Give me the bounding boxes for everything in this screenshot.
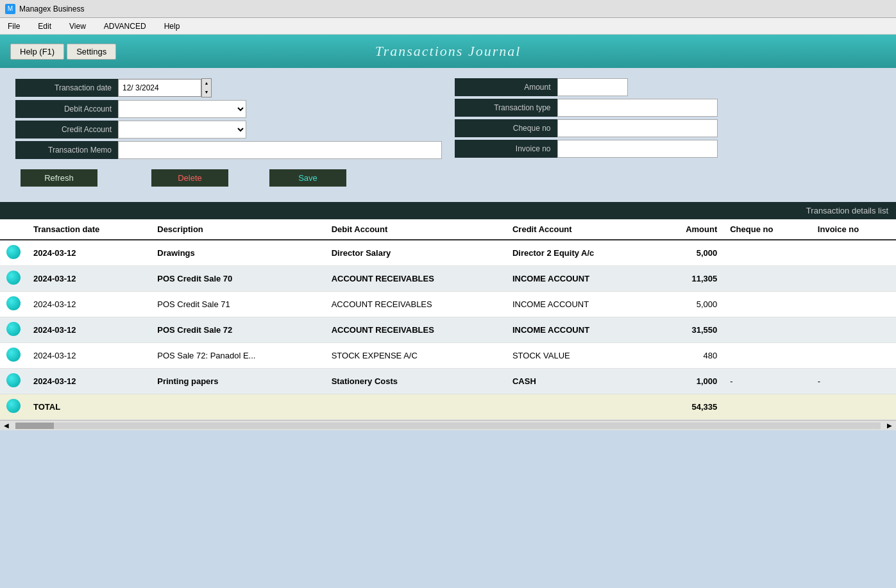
title-bar: M Managex Business (0, 0, 896, 18)
row-debit-account: ACCOUNT RECEIVABLES (325, 266, 506, 292)
col-amount: Amount (654, 219, 723, 240)
row-invoice-no (811, 292, 896, 317)
row-dot (0, 317, 27, 343)
total-amount: 54,335 (654, 394, 723, 420)
scrollbar-track[interactable] (15, 423, 881, 429)
table-header-label: Transaction details list (806, 206, 888, 215)
row-debit-account: Stationery Costs (325, 369, 506, 394)
transaction-type-label: Transaction type (455, 99, 557, 117)
save-button[interactable]: Save (269, 169, 346, 187)
row-debit-account: ACCOUNT RECEIVABLES (325, 317, 506, 343)
form-right: Amount Transaction type Cheque no Invoic… (455, 78, 881, 160)
transaction-memo-label: Transaction Memo (15, 141, 118, 159)
row-invoice-no (811, 266, 896, 292)
amount-label: Amount (455, 78, 557, 96)
row-amount: 11,305 (654, 266, 723, 292)
table-row[interactable]: 2024-03-12POS Credit Sale 72ACCOUNT RECE… (0, 317, 896, 343)
scrollbar-thumb[interactable] (15, 423, 54, 429)
table-row[interactable]: 2024-03-12POS Credit Sale 71ACCOUNT RECE… (0, 292, 896, 317)
table-row[interactable]: 2024-03-12POS Credit Sale 70ACCOUNT RECE… (0, 266, 896, 292)
row-description: Printing papers (151, 369, 325, 394)
buttons-row: Refresh Delete Save (15, 169, 881, 187)
transaction-date-label: Transaction date (15, 79, 118, 97)
delete-button[interactable]: Delete (151, 169, 228, 187)
debit-account-label: Debit Account (15, 100, 118, 118)
cheque-no-label: Cheque no (455, 119, 557, 137)
credit-account-select[interactable] (118, 121, 246, 139)
form-area: Transaction date ▲ ▼ Debit Account C (0, 68, 896, 202)
row-date: 2024-03-12 (27, 343, 151, 369)
row-dot (0, 343, 27, 369)
col-cheque: Cheque no (723, 219, 811, 240)
table-row[interactable]: 2024-03-12Printing papersStationery Cost… (0, 369, 896, 394)
table-row[interactable]: 2024-03-12DrawingsDirector SalaryDirecto… (0, 240, 896, 266)
page-title: Transactions Journal (375, 43, 521, 60)
row-description: POS Sale 72: Panadol E... (151, 343, 325, 369)
menu-view[interactable]: View (64, 21, 91, 32)
table-row[interactable]: 2024-03-12POS Sale 72: Panadol E...STOCK… (0, 343, 896, 369)
table-container: Transaction details list Transaction dat… (0, 202, 896, 420)
debit-account-select[interactable] (118, 100, 246, 118)
row-credit-account: CASH (506, 369, 654, 394)
help-button[interactable]: Help (F1) (10, 44, 64, 60)
menu-edit[interactable]: Edit (33, 21, 56, 32)
table-header-row: Transaction date Description Debit Accou… (0, 219, 896, 240)
row-amount: 5,000 (654, 292, 723, 317)
cheque-no-input[interactable] (557, 119, 718, 137)
date-up-arrow[interactable]: ▲ (202, 79, 211, 88)
row-amount: 5,000 (654, 240, 723, 266)
row-date: 2024-03-12 (27, 369, 151, 394)
amount-row: Amount (455, 78, 881, 96)
credit-account-label: Credit Account (15, 121, 118, 139)
app-title: Managex Business (19, 4, 891, 13)
transaction-type-input[interactable] (557, 99, 718, 117)
menu-bar: File Edit View ADVANCED Help (0, 18, 896, 35)
refresh-button[interactable]: Refresh (21, 169, 97, 187)
row-cheque-no: - (723, 369, 811, 394)
row-cheque-no (723, 317, 811, 343)
settings-button[interactable]: Settings (67, 44, 116, 60)
app-header: Help (F1) Settings Transactions Journal (0, 35, 896, 68)
row-description: POS Credit Sale 71 (151, 292, 325, 317)
row-dot (0, 266, 27, 292)
date-spinner[interactable]: ▲ ▼ (201, 78, 212, 97)
row-dot (0, 369, 27, 394)
total-label: TOTAL (27, 394, 151, 420)
date-down-arrow[interactable]: ▼ (202, 88, 211, 97)
row-amount: 480 (654, 343, 723, 369)
menu-file[interactable]: File (3, 21, 25, 32)
horizontal-scrollbar[interactable]: ◀ ▶ (0, 420, 896, 430)
transaction-memo-input[interactable] (118, 141, 442, 159)
total-row: TOTAL54,335 (0, 394, 896, 420)
row-description: POS Credit Sale 70 (151, 266, 325, 292)
scroll-right-btn[interactable]: ▶ (883, 422, 896, 429)
debit-account-row: Debit Account (15, 100, 442, 118)
transactions-table: Transaction date Description Debit Accou… (0, 219, 896, 420)
row-cheque-no (723, 292, 811, 317)
row-date: 2024-03-12 (27, 240, 151, 266)
menu-help[interactable]: Help (159, 21, 185, 32)
col-debit: Debit Account (325, 219, 506, 240)
row-credit-account: STOCK VALUE (506, 343, 654, 369)
transaction-date-input[interactable] (118, 79, 201, 97)
invoice-no-row: Invoice no (455, 140, 881, 158)
row-date: 2024-03-12 (27, 292, 151, 317)
col-description: Description (151, 219, 325, 240)
col-credit: Credit Account (506, 219, 654, 240)
table-body: 2024-03-12DrawingsDirector SalaryDirecto… (0, 240, 896, 420)
invoice-no-input[interactable] (557, 140, 718, 158)
row-description: POS Credit Sale 72 (151, 317, 325, 343)
app-icon: M (5, 4, 15, 14)
amount-input[interactable] (557, 78, 628, 96)
row-cheque-no (723, 266, 811, 292)
row-dot (0, 292, 27, 317)
cheque-no-row: Cheque no (455, 119, 881, 137)
row-credit-account: INCOME ACCOUNT (506, 292, 654, 317)
menu-advanced[interactable]: ADVANCED (99, 21, 151, 32)
scroll-left-btn[interactable]: ◀ (0, 422, 13, 429)
table-head: Transaction date Description Debit Accou… (0, 219, 896, 240)
row-invoice-no (811, 343, 896, 369)
row-debit-account: STOCK EXPENSE A/C (325, 343, 506, 369)
row-date: 2024-03-12 (27, 266, 151, 292)
row-credit-account: INCOME ACCOUNT (506, 266, 654, 292)
